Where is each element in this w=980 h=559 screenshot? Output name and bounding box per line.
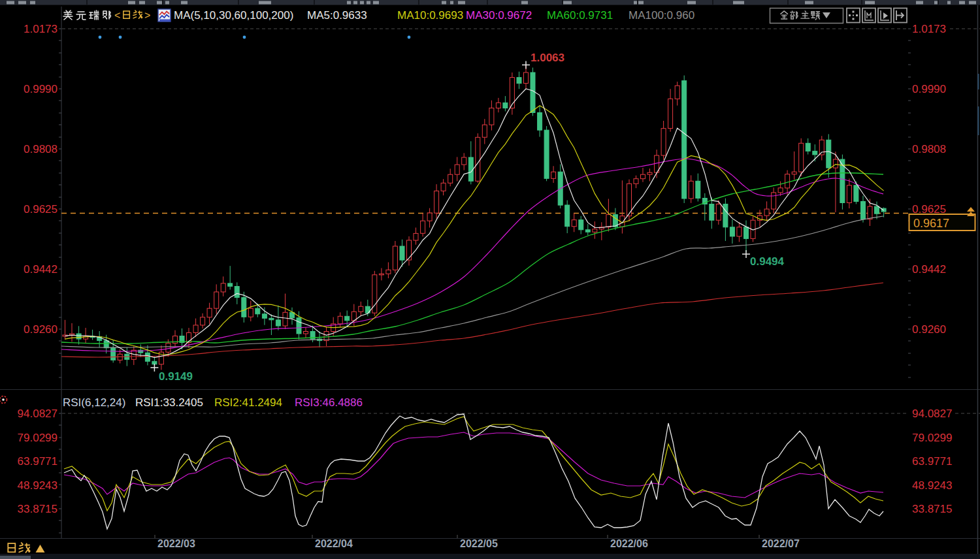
svg-text:1.0173: 1.0173 <box>24 23 57 35</box>
svg-text:79.0299: 79.0299 <box>18 432 57 444</box>
svg-text:RSI(6,12,24): RSI(6,12,24) <box>63 396 125 409</box>
svg-text:0.9625: 0.9625 <box>24 203 57 216</box>
svg-text:94.0827: 94.0827 <box>18 407 57 420</box>
svg-text:<: < <box>114 10 120 21</box>
svg-text:0.9442: 0.9442 <box>24 263 57 276</box>
svg-text:2022/06: 2022/06 <box>610 538 648 549</box>
svg-text:2022/05: 2022/05 <box>460 538 498 549</box>
svg-text:79.0299: 79.0299 <box>912 432 952 444</box>
svg-text:48.9243: 48.9243 <box>912 479 952 492</box>
svg-text:2022/07: 2022/07 <box>762 538 800 549</box>
svg-text:0.9990: 0.9990 <box>24 83 57 95</box>
svg-text:MA100:0.960: MA100:0.960 <box>629 9 694 22</box>
svg-text:0.9494: 0.9494 <box>750 255 785 268</box>
svg-text:0.9260: 0.9260 <box>912 323 946 336</box>
svg-text:33.8715: 33.8715 <box>912 503 952 515</box>
svg-text:0.9617: 0.9617 <box>913 217 949 230</box>
svg-text:>: > <box>144 10 150 21</box>
svg-text:94.0827: 94.0827 <box>912 407 952 420</box>
svg-text:MA5:0.9633: MA5:0.9633 <box>307 9 367 22</box>
svg-text:33.8715: 33.8715 <box>18 503 57 515</box>
svg-text:0.9808: 0.9808 <box>912 143 946 155</box>
svg-text:RSI1:33.2405: RSI1:33.2405 <box>135 396 203 409</box>
svg-text:0.9808: 0.9808 <box>24 143 57 155</box>
svg-text:RSI3:46.4886: RSI3:46.4886 <box>295 396 363 409</box>
svg-text:MA10:0.9693: MA10:0.9693 <box>397 9 463 22</box>
svg-text:0.9990: 0.9990 <box>912 83 946 95</box>
svg-text:MA30:0.9672: MA30:0.9672 <box>466 9 532 22</box>
svg-text:RSI2:41.2494: RSI2:41.2494 <box>214 396 282 409</box>
svg-text:0.9442: 0.9442 <box>912 263 946 276</box>
svg-text:MA(5,10,30,60,100,200): MA(5,10,30,60,100,200) <box>174 9 293 22</box>
svg-text:1.0063: 1.0063 <box>531 52 564 64</box>
svg-text:1.0173: 1.0173 <box>912 23 946 35</box>
svg-text:MA60:0.9731: MA60:0.9731 <box>547 9 613 22</box>
svg-text:0.9149: 0.9149 <box>159 370 193 383</box>
svg-text:63.9771: 63.9771 <box>18 455 57 468</box>
svg-text:2022/04: 2022/04 <box>315 538 353 549</box>
svg-text:2022/03: 2022/03 <box>157 538 195 549</box>
svg-text:48.9243: 48.9243 <box>18 479 57 492</box>
svg-text:0.9260: 0.9260 <box>24 323 57 336</box>
svg-text:63.9771: 63.9771 <box>912 455 952 468</box>
